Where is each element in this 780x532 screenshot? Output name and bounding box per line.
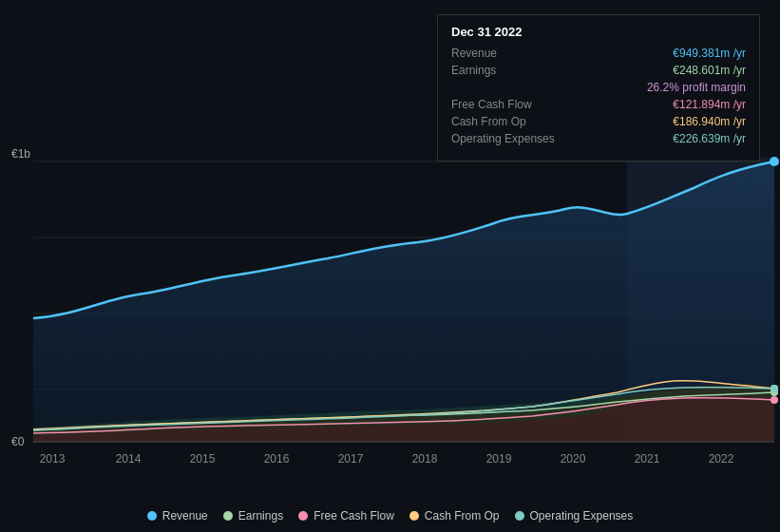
svg-point-7 (770, 157, 779, 166)
legend-label-revenue: Revenue (162, 509, 208, 522)
tooltip-row-cashfromop: Cash From Op €186.940m /yr (451, 115, 746, 128)
legend-item-cashfromop[interactable]: Cash From Op (409, 509, 500, 522)
svg-text:2017: 2017 (338, 452, 364, 466)
tooltip-date: Dec 31 2022 (451, 25, 746, 39)
svg-text:2015: 2015 (190, 452, 216, 466)
tooltip-revenue-value: €949.381m /yr (673, 47, 746, 60)
svg-text:2016: 2016 (264, 452, 290, 466)
legend-item-fcf[interactable]: Free Cash Flow (298, 509, 394, 522)
tooltip-earnings-value: €248.601m /yr (673, 64, 746, 77)
legend-label-cashfromop: Cash From Op (425, 509, 500, 522)
tooltip-profit-margin: 26.2% profit margin (647, 81, 746, 94)
svg-point-9 (770, 396, 778, 404)
svg-point-11 (770, 385, 778, 392)
tooltip-earnings-label: Earnings (451, 64, 496, 77)
legend-item-earnings[interactable]: Earnings (223, 509, 283, 522)
tooltip-cashfromop-value: €186.940m /yr (673, 115, 746, 128)
tooltip-profit-margin-row: 26.2% profit margin (451, 81, 746, 94)
svg-text:2014: 2014 (116, 452, 142, 466)
tooltip-cashfromop-label: Cash From Op (451, 115, 526, 128)
tooltip-fcf-value: €121.894m /yr (673, 98, 746, 111)
tooltip-row-opex: Operating Expenses €226.639m /yr (451, 132, 746, 145)
tooltip-revenue-label: Revenue (451, 47, 497, 60)
chart-legend: Revenue Earnings Free Cash Flow Cash Fro… (0, 509, 780, 522)
tooltip-fcf-label: Free Cash Flow (451, 98, 532, 111)
svg-text:2013: 2013 (40, 452, 66, 466)
tooltip-row-revenue: Revenue €949.381m /yr (451, 47, 746, 60)
legend-dot-cashfromop (409, 511, 419, 521)
svg-text:2018: 2018 (412, 452, 438, 466)
legend-label-fcf: Free Cash Flow (314, 509, 394, 522)
legend-item-opex[interactable]: Operating Expenses (515, 509, 634, 522)
legend-dot-earnings (223, 511, 233, 521)
svg-text:2021: 2021 (635, 452, 660, 466)
legend-label-earnings: Earnings (238, 509, 283, 522)
tooltip-row-earnings: Earnings €248.601m /yr (451, 64, 746, 77)
legend-dot-fcf (298, 511, 308, 521)
legend-label-opex: Operating Expenses (530, 509, 634, 522)
legend-item-revenue[interactable]: Revenue (147, 509, 208, 522)
tooltip-opex-value: €226.639m /yr (673, 132, 746, 145)
svg-text:2020: 2020 (561, 452, 586, 466)
legend-dot-revenue (147, 511, 157, 521)
y-axis-label-top: €1b (11, 147, 30, 161)
tooltip-row-fcf: Free Cash Flow €121.894m /yr (451, 98, 746, 111)
y-axis-label-zero: €0 (11, 435, 24, 448)
data-tooltip: Dec 31 2022 Revenue €949.381m /yr Earnin… (437, 14, 760, 162)
svg-text:2019: 2019 (486, 452, 512, 466)
svg-text:2022: 2022 (709, 452, 734, 466)
legend-dot-opex (515, 511, 524, 521)
tooltip-opex-label: Operating Expenses (451, 132, 555, 145)
